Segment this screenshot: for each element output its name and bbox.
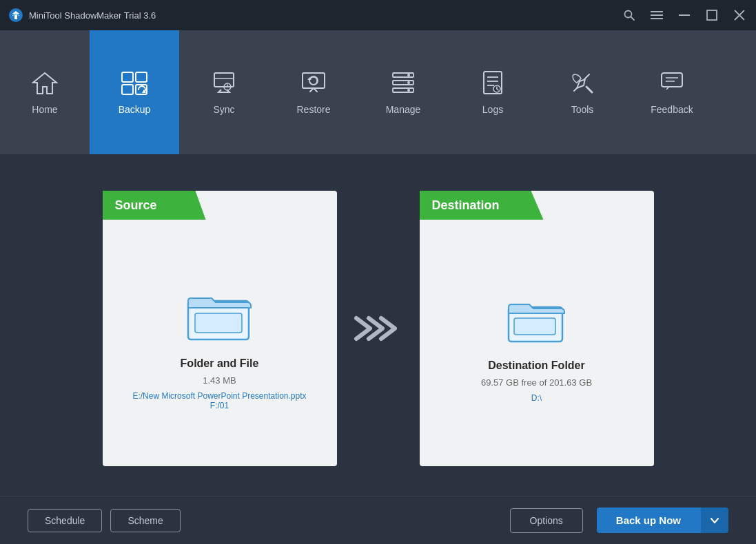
nav-item-sync[interactable]: Sync [179,30,269,154]
svg-rect-39 [195,313,242,333]
backup-row: Source Folder and File 1.43 MB E:/New Mi… [61,191,695,466]
app-title: MiniTool ShadowMaker Trial 3.6 [29,10,156,21]
backup-icon [120,70,149,98]
svg-rect-7 [707,10,717,20]
svg-point-26 [407,89,410,92]
nav-label-restore: Restore [296,104,330,115]
source-title: Folder and File [181,357,259,370]
nav-label-backup: Backup [119,104,151,115]
svg-rect-41 [514,318,555,335]
svg-rect-21 [393,73,413,77]
menu-button[interactable] [648,7,665,23]
feedback-icon [660,70,684,98]
source-size: 1.43 MB [203,375,236,386]
destination-title: Destination Folder [488,359,584,372]
minimize-button[interactable] [676,7,693,23]
home-icon [32,70,58,98]
nav-label-manage: Manage [386,104,421,115]
destination-panel[interactable]: Destination Destination Folder 69.57 GB … [420,191,654,466]
titlebar-controls [621,7,748,23]
source-header: Source [103,191,206,220]
nav-label-sync: Sync [213,104,234,115]
nav-item-tools[interactable]: Tools [538,30,627,154]
nav-label-feedback: Feedback [651,104,693,115]
svg-rect-12 [122,85,133,94]
logs-icon [482,70,504,98]
backup-now-dropdown-button[interactable] [700,508,728,533]
arrows-divider [337,311,420,346]
nav-item-manage[interactable]: Manage [358,30,448,154]
nav-item-feedback[interactable]: Feedback [627,30,717,154]
sync-icon [212,70,236,98]
svg-line-34 [586,87,592,92]
main-content: Source Folder and File 1.43 MB E:/New Mi… [0,154,756,496]
svg-rect-10 [122,72,133,82]
titlebar-left: MiniTool ShadowMaker Trial 3.6 [8,8,156,23]
svg-rect-22 [393,81,413,85]
source-folder-icon [187,289,252,345]
destination-folder-icon [507,296,566,347]
bottombar: Schedule Scheme Options Back up Now [0,496,756,544]
source-panel[interactable]: Source Folder and File 1.43 MB E:/New Mi… [103,191,337,466]
schedule-button[interactable]: Schedule [28,509,102,532]
search-button[interactable] [621,7,637,23]
svg-rect-23 [393,88,413,92]
svg-rect-18 [303,73,325,88]
chevron-down-icon [711,518,719,523]
nav-item-logs[interactable]: Logs [448,30,538,154]
manage-icon [391,70,416,98]
svg-rect-11 [136,72,147,82]
bottom-left-buttons: Schedule Scheme [28,509,181,532]
nav-item-backup[interactable]: Backup [90,30,179,154]
nav-label-tools: Tools [571,104,594,115]
backup-now-button[interactable]: Back up Now [597,508,700,533]
titlebar: MiniTool ShadowMaker Trial 3.6 [0,0,756,30]
nav-label-logs: Logs [482,104,503,115]
svg-point-24 [407,74,410,76]
bottom-right-buttons: Options Back up Now [510,508,728,533]
scheme-button[interactable]: Scheme [110,509,180,532]
destination-path: D:\ [531,393,542,403]
nav-label-home: Home [32,104,57,115]
svg-point-25 [407,81,410,84]
tools-icon [570,70,595,98]
svg-rect-35 [662,73,682,87]
nav-item-home[interactable]: Home [0,30,90,154]
source-path: E:/New Microsoft PowerPoint Presentation… [132,391,306,410]
svg-line-2 [631,17,635,21]
app-logo [8,8,23,23]
navbar: Home Backup [0,30,756,154]
backup-now-group: Back up Now [597,508,728,533]
maximize-button[interactable] [704,7,720,23]
svg-point-19 [309,76,318,85]
options-button[interactable]: Options [510,508,583,533]
restore-icon [300,70,327,98]
destination-free-space: 69.57 GB free of 201.63 GB [481,377,592,388]
close-button[interactable] [731,7,748,23]
destination-header: Destination [420,191,544,220]
nav-item-restore[interactable]: Restore [269,30,358,154]
